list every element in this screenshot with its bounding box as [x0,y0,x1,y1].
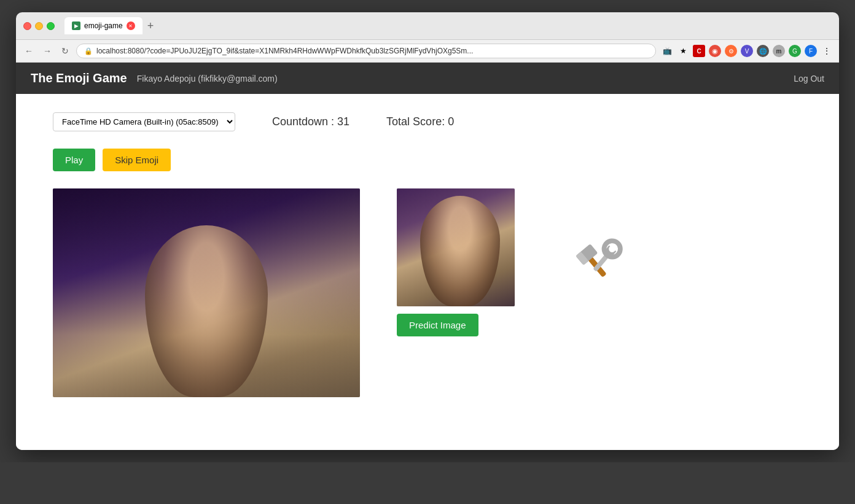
app-user: Fikayo Adepoju (fikfikky@gmail.com) [137,74,278,83]
address-bar[interactable]: 🔒 localhost:8080/?code=JPUoJU2EjgTO_9if&… [76,44,656,58]
toolbar-icons: 📺 ★ C ◉ ⚙ V 🌐 m G F ⋮ [661,45,833,57]
countdown-label: Countdown : 31 [272,115,349,128]
tools-emoji-svg [567,210,634,277]
app-header-left: The Emoji Game Fikayo Adepoju (fikfikky@… [31,71,278,85]
url-text: localhost:8080/?code=JPUoJU2EjgTO_9if&st… [96,47,648,55]
maximize-button[interactable] [47,22,55,30]
menu-icon[interactable]: ⋮ [821,45,833,57]
active-tab[interactable]: ▶ emoji-game ✕ [64,17,142,34]
app-title: The Emoji Game [31,71,127,85]
lock-icon: 🔒 [84,47,93,55]
tab-favicon: ▶ [72,21,80,30]
tab-close-button[interactable]: ✕ [127,21,135,30]
traffic-lights [23,22,55,30]
ext-orange-icon[interactable]: ⚙ [725,45,737,57]
minimize-button[interactable] [35,22,43,30]
ext-violet-icon[interactable]: V [741,45,753,57]
close-button[interactable] [23,22,31,30]
ext-cors-icon[interactable]: C [693,45,705,57]
screencast-icon[interactable]: 📺 [661,45,673,57]
play-button[interactable]: Play [53,149,95,171]
score-label: Total Score: 0 [386,115,454,128]
logout-button[interactable]: Log Out [794,74,824,83]
predict-image-button[interactable]: Predict Image [397,314,478,336]
tab-label: emoji-game [84,21,123,30]
camera-select[interactable]: FaceTime HD Camera (Built-in) (05ac:8509… [53,112,235,131]
app-container: The Emoji Game Fikayo Adepoju (fikfikky@… [16,63,839,450]
captured-section: Predict Image [397,188,515,336]
app-header: The Emoji Game Fikayo Adepoju (fikfikky@… [16,63,839,94]
ext-stoplight-icon[interactable]: ◉ [709,45,721,57]
browser-window: ▶ emoji-game ✕ + ← → ↻ 🔒 localhost:8080/… [16,12,839,450]
browser-toolbar: ← → ↻ 🔒 localhost:8080/?code=JPUoJU2EjgT… [16,40,839,63]
media-row: Predict Image [53,188,802,397]
emoji-display [564,207,638,281]
ext-m-icon[interactable]: m [773,45,785,57]
app-main: FaceTime HD Camera (Built-in) (05ac:8509… [16,94,839,450]
tab-bar: ▶ emoji-game ✕ + [64,17,156,34]
controls-row: FaceTime HD Camera (Built-in) (05ac:8509… [53,112,802,131]
ext-profile-icon[interactable]: F [805,45,817,57]
skip-emoji-button[interactable]: Skip Emoji [103,149,171,171]
buttons-row: Play Skip Emoji [53,149,802,171]
ext-g-icon[interactable]: G [789,45,801,57]
ext-globe-icon[interactable]: 🌐 [757,45,769,57]
refresh-button[interactable]: ↻ [59,45,71,57]
back-button[interactable]: ← [22,45,36,57]
camera-feed [53,188,360,397]
bookmark-icon[interactable]: ★ [677,45,689,57]
captured-image [397,188,515,306]
browser-titlebar: ▶ emoji-game ✕ + [16,12,839,40]
forward-button[interactable]: → [41,45,54,57]
new-tab-button[interactable]: + [145,20,157,33]
